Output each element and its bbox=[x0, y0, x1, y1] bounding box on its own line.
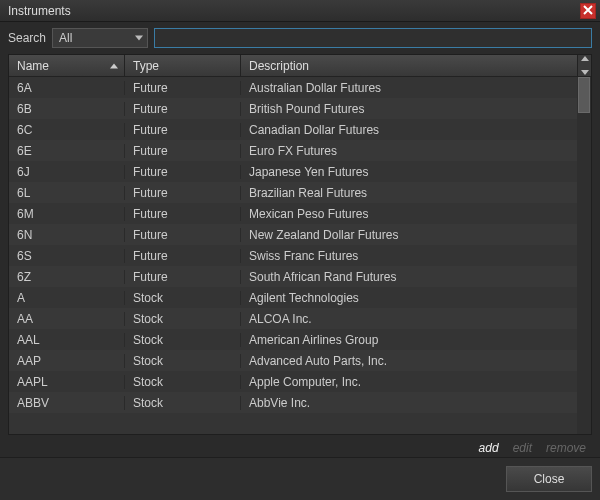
cell-name: AAPL bbox=[9, 375, 125, 389]
table-row[interactable]: AAPLStockApple Computer, Inc. bbox=[9, 371, 577, 392]
sort-asc-icon bbox=[110, 63, 118, 68]
cell-name: 6J bbox=[9, 165, 125, 179]
table-row[interactable]: 6ZFutureSouth African Rand Futures bbox=[9, 266, 577, 287]
table-row[interactable]: AStockAgilent Technologies bbox=[9, 287, 577, 308]
cell-name: AA bbox=[9, 312, 125, 326]
cell-description: British Pound Futures bbox=[241, 102, 577, 116]
table-row[interactable]: 6EFutureEuro FX Futures bbox=[9, 140, 577, 161]
chevron-down-icon bbox=[135, 36, 143, 41]
table-row[interactable]: 6SFutureSwiss Franc Futures bbox=[9, 245, 577, 266]
table-row[interactable]: 6LFutureBrazilian Real Futures bbox=[9, 182, 577, 203]
cell-type: Stock bbox=[125, 333, 241, 347]
search-label: Search bbox=[8, 31, 46, 45]
table-row[interactable]: AALStockAmerican Airlines Group bbox=[9, 329, 577, 350]
cell-type: Future bbox=[125, 102, 241, 116]
cell-type: Stock bbox=[125, 396, 241, 410]
scrollbar-thumb[interactable] bbox=[578, 77, 590, 113]
cell-type: Future bbox=[125, 165, 241, 179]
column-header-name-label: Name bbox=[17, 59, 49, 73]
cell-description: Japanese Yen Futures bbox=[241, 165, 577, 179]
cell-type: Future bbox=[125, 228, 241, 242]
close-icon bbox=[583, 4, 593, 18]
table-row[interactable]: 6AFutureAustralian Dollar Futures bbox=[9, 77, 577, 98]
cell-description: Canadian Dollar Futures bbox=[241, 123, 577, 137]
search-filter-value: All bbox=[59, 31, 72, 45]
search-bar: Search All bbox=[0, 22, 600, 54]
table-row[interactable]: AAStockALCOA Inc. bbox=[9, 308, 577, 329]
cell-description: Apple Computer, Inc. bbox=[241, 375, 577, 389]
cell-type: Stock bbox=[125, 312, 241, 326]
close-button-label: Close bbox=[534, 472, 565, 486]
table-row[interactable]: ABBVStockAbbVie Inc. bbox=[9, 392, 577, 413]
cell-name: 6A bbox=[9, 81, 125, 95]
cell-description: Agilent Technologies bbox=[241, 291, 577, 305]
cell-type: Future bbox=[125, 270, 241, 284]
titlebar[interactable]: Instruments bbox=[0, 0, 600, 22]
cell-description: Euro FX Futures bbox=[241, 144, 577, 158]
cell-name: AAP bbox=[9, 354, 125, 368]
cell-name: 6B bbox=[9, 102, 125, 116]
cell-description: New Zealand Dollar Futures bbox=[241, 228, 577, 242]
cell-type: Stock bbox=[125, 354, 241, 368]
cell-type: Future bbox=[125, 249, 241, 263]
window-close-button[interactable] bbox=[580, 3, 596, 19]
edit-link[interactable]: edit bbox=[513, 441, 532, 455]
cell-description: American Airlines Group bbox=[241, 333, 577, 347]
cell-name: 6C bbox=[9, 123, 125, 137]
vertical-scrollbar[interactable] bbox=[577, 77, 591, 434]
add-link[interactable]: add bbox=[479, 441, 499, 455]
cell-type: Stock bbox=[125, 375, 241, 389]
dialog-footer: Close bbox=[0, 457, 600, 500]
cell-description: Brazilian Real Futures bbox=[241, 186, 577, 200]
cell-name: AAL bbox=[9, 333, 125, 347]
table-header: Name Type Description bbox=[9, 55, 591, 77]
search-filter-select[interactable]: All bbox=[52, 28, 148, 48]
instruments-table: Name Type Description 6AFutureAustralian… bbox=[8, 54, 592, 435]
window-title: Instruments bbox=[8, 4, 71, 18]
table-row[interactable]: 6NFutureNew Zealand Dollar Futures bbox=[9, 224, 577, 245]
close-button[interactable]: Close bbox=[506, 466, 592, 492]
cell-description: Advanced Auto Parts, Inc. bbox=[241, 354, 577, 368]
column-header-type-label: Type bbox=[133, 59, 159, 73]
cell-description: Swiss Franc Futures bbox=[241, 249, 577, 263]
scroll-up-icon[interactable] bbox=[581, 56, 589, 61]
table-row[interactable]: 6BFutureBritish Pound Futures bbox=[9, 98, 577, 119]
cell-name: ABBV bbox=[9, 396, 125, 410]
table-row[interactable]: 6MFutureMexican Peso Futures bbox=[9, 203, 577, 224]
cell-name: 6Z bbox=[9, 270, 125, 284]
table-row[interactable]: AAPStockAdvanced Auto Parts, Inc. bbox=[9, 350, 577, 371]
cell-name: 6L bbox=[9, 186, 125, 200]
column-header-name[interactable]: Name bbox=[9, 55, 125, 76]
cell-type: Future bbox=[125, 123, 241, 137]
cell-description: Mexican Peso Futures bbox=[241, 207, 577, 221]
cell-type: Future bbox=[125, 207, 241, 221]
cell-name: 6N bbox=[9, 228, 125, 242]
scroll-down-icon[interactable] bbox=[581, 70, 589, 75]
cell-name: 6E bbox=[9, 144, 125, 158]
cell-description: ALCOA Inc. bbox=[241, 312, 577, 326]
column-header-type[interactable]: Type bbox=[125, 55, 241, 76]
cell-type: Stock bbox=[125, 291, 241, 305]
cell-type: Future bbox=[125, 144, 241, 158]
cell-type: Future bbox=[125, 186, 241, 200]
remove-link[interactable]: remove bbox=[546, 441, 586, 455]
table-row[interactable]: 6JFutureJapanese Yen Futures bbox=[9, 161, 577, 182]
scroll-buttons bbox=[577, 55, 591, 76]
search-input[interactable] bbox=[154, 28, 592, 48]
cell-name: 6M bbox=[9, 207, 125, 221]
table-body: 6AFutureAustralian Dollar Futures6BFutur… bbox=[9, 77, 577, 434]
cell-name: 6S bbox=[9, 249, 125, 263]
cell-description: AbbVie Inc. bbox=[241, 396, 577, 410]
row-actions: add edit remove bbox=[0, 435, 600, 457]
cell-description: South African Rand Futures bbox=[241, 270, 577, 284]
cell-type: Future bbox=[125, 81, 241, 95]
column-header-description-label: Description bbox=[249, 59, 309, 73]
cell-description: Australian Dollar Futures bbox=[241, 81, 577, 95]
column-header-description[interactable]: Description bbox=[241, 55, 577, 76]
table-row[interactable]: 6CFutureCanadian Dollar Futures bbox=[9, 119, 577, 140]
cell-name: A bbox=[9, 291, 125, 305]
